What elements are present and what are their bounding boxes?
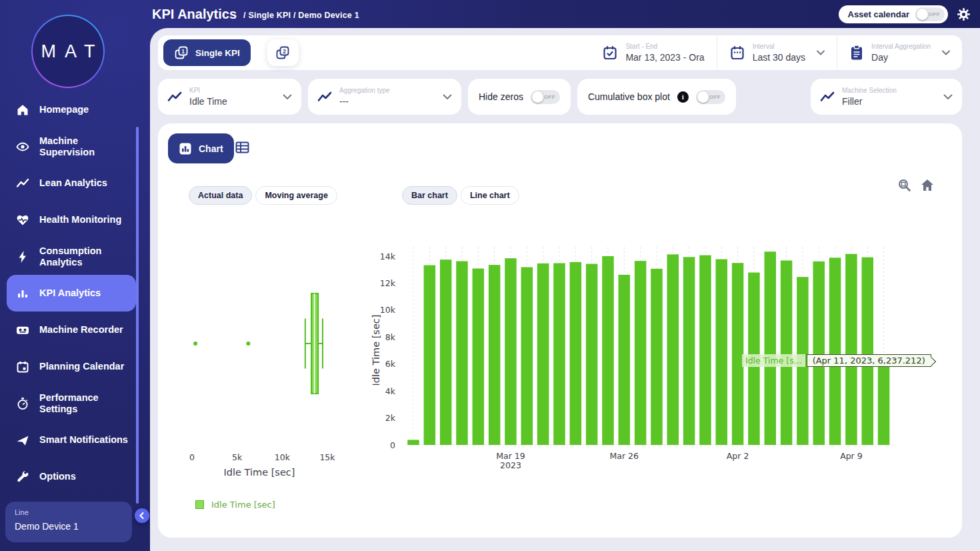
device-line-label: Line — [15, 508, 123, 516]
svg-text:1: 1 — [181, 48, 185, 55]
aggregation-type-select[interactable]: Aggregation type --- — [308, 79, 461, 115]
toggle-knob — [532, 91, 543, 103]
sidebar-item-label: Homepage — [39, 104, 129, 115]
sidebar-item-performance-settings[interactable]: Performance Settings — [7, 385, 136, 422]
svg-text:Idle Time [sec]: Idle Time [sec] — [371, 315, 381, 386]
device-name: Demo Device 1 — [15, 521, 123, 532]
sidebar-item-options[interactable]: Options — [7, 458, 136, 495]
cumulative-box-plot-control: Cumulative box plot i OFF — [577, 79, 736, 115]
data-tabs: Actual dataMoving average — [189, 186, 337, 205]
sidebar-collapse-button[interactable] — [135, 508, 149, 523]
tab-bar-chart[interactable]: Bar chart — [402, 186, 457, 205]
bar[interactable] — [861, 257, 873, 445]
bar[interactable] — [440, 259, 452, 445]
kpi-select[interactable]: KPI Idle Time — [158, 79, 301, 115]
gear-icon[interactable] — [957, 7, 971, 21]
bar[interactable] — [829, 257, 841, 445]
tab-actual-data[interactable]: Actual data — [189, 186, 252, 205]
bar[interactable] — [683, 257, 695, 445]
bolt-icon — [16, 250, 29, 263]
boxplot-chart[interactable]: 05k10k15kIdle Time [sec] — [170, 235, 390, 496]
chevron-down-icon — [817, 50, 825, 55]
chevron-left-icon — [138, 512, 146, 520]
chart-view-button[interactable]: Chart — [168, 133, 234, 163]
bar[interactable] — [553, 263, 565, 445]
svg-text:Mar 26: Mar 26 — [610, 451, 639, 461]
multi-kpi-button[interactable]: 2 — [267, 39, 299, 66]
legend-label: Idle Time [sec] — [211, 500, 275, 510]
svg-text:Mar 19: Mar 19 — [496, 451, 525, 461]
toolbar: 1 Single KPI 2 Start - End Mar 13, 2023 … — [158, 35, 962, 70]
multi-kpi-icon: 2 — [275, 45, 290, 60]
chevron-down-icon — [443, 94, 452, 100]
bar[interactable] — [667, 254, 679, 445]
svg-text:Apr 9: Apr 9 — [840, 451, 863, 461]
svg-text:2: 2 — [283, 48, 286, 55]
interval-aggregation-value: Day — [871, 52, 931, 63]
bar[interactable] — [716, 259, 728, 445]
sidebar-item-health-monitoring[interactable]: Health Monitoring — [7, 201, 136, 238]
bar[interactable] — [602, 256, 614, 445]
chart-legend[interactable]: Idle Time [sec] — [195, 500, 275, 510]
bar[interactable] — [813, 261, 825, 445]
sidebar-item-label: Machine Recorder — [39, 324, 129, 336]
interval-aggregation-control[interactable]: Interval Aggregation Day — [837, 35, 962, 70]
machine-selection-label: Machine Selection — [842, 87, 897, 94]
sidebar-item-planning-calendar[interactable]: Planning Calendar — [7, 348, 136, 385]
interval-value: Last 30 days — [753, 52, 805, 63]
bar[interactable] — [878, 361, 890, 445]
sidebar-item-lean-analytics[interactable]: Lean Analytics — [7, 165, 136, 201]
bar[interactable] — [505, 258, 517, 445]
asset-calendar-pill[interactable]: Asset calendar OFF — [839, 5, 949, 23]
bar[interactable] — [651, 269, 663, 445]
hide-zeros-toggle[interactable]: OFF — [531, 90, 560, 104]
bar[interactable] — [699, 255, 711, 445]
cumulative-box-plot-toggle[interactable]: OFF — [696, 90, 725, 104]
start-end-control[interactable]: Start - End Mar 13, 2023 - Ora — [590, 35, 716, 70]
tab-moving-average[interactable]: Moving average — [255, 186, 337, 205]
interval-control[interactable]: Interval Last 30 days — [717, 35, 837, 70]
bar[interactable] — [424, 265, 436, 445]
table-icon — [235, 141, 249, 154]
bar[interactable] — [635, 261, 647, 445]
sidebar-item-machine-supervision[interactable]: Machine Supervision — [7, 128, 136, 165]
sidebar-item-label: Smart Notifications — [39, 434, 129, 446]
bar[interactable] — [619, 275, 631, 445]
chart-modebar — [898, 179, 934, 192]
sidebar-nav: HomepageMachine SupervisionLean Analytic… — [0, 91, 150, 495]
machine-selection-select[interactable]: Machine Selection Filler — [811, 79, 962, 115]
home-icon — [16, 103, 29, 117]
bar[interactable] — [586, 264, 598, 445]
sidebar-item-homepage[interactable]: Homepage — [7, 91, 136, 128]
bar[interactable] — [521, 267, 533, 445]
svg-text:10k: 10k — [380, 305, 396, 315]
sidebar-item-label: Machine Supervision — [39, 135, 129, 158]
single-kpi-button[interactable]: 1 Single KPI — [163, 39, 251, 66]
bar[interactable] — [781, 261, 793, 445]
bar[interactable] — [456, 261, 468, 445]
bar[interactable] — [489, 265, 501, 445]
outlier-point[interactable] — [246, 342, 250, 346]
sidebar-item-machine-recorder[interactable]: Machine Recorder — [7, 312, 136, 348]
bar[interactable] — [537, 263, 549, 445]
eye-icon — [16, 140, 29, 153]
bar[interactable] — [407, 440, 419, 445]
kpi-label: KPI — [189, 87, 227, 94]
sidebar-item-smart-notifications[interactable]: Smart Notifications — [7, 422, 136, 458]
bar[interactable] — [845, 254, 857, 445]
outlier-point[interactable] — [193, 342, 197, 346]
svg-text:14k: 14k — [380, 251, 396, 261]
info-icon[interactable]: i — [677, 91, 689, 103]
bar[interactable] — [765, 251, 777, 445]
bar[interactable] — [570, 262, 582, 445]
bar[interactable] — [473, 269, 485, 445]
sidebar-item-consumption-analytics[interactable]: Consumption Analytics — [7, 238, 136, 275]
home-reset-icon[interactable] — [921, 179, 934, 191]
table-view-button[interactable] — [235, 141, 249, 156]
asset-calendar-toggle[interactable]: OFF — [915, 7, 945, 21]
svg-text:Apr 2: Apr 2 — [727, 451, 749, 461]
zoom-icon[interactable] — [898, 179, 911, 192]
tab-line-chart[interactable]: Line chart — [461, 186, 519, 205]
sidebar-scrollbar[interactable] — [136, 127, 139, 504]
sidebar-item-kpi-analytics[interactable]: KPI Analytics — [7, 275, 136, 312]
